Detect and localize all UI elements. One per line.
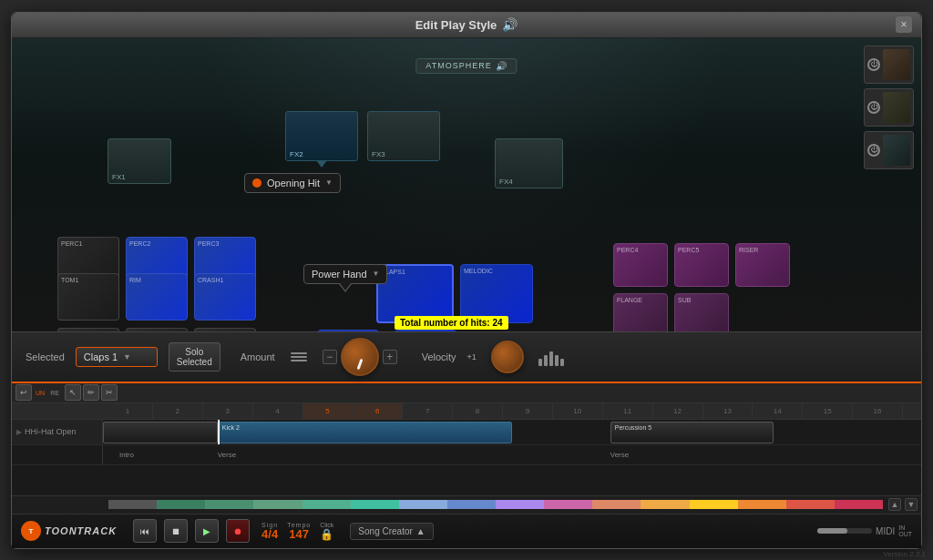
amount-knob-container: − +: [323, 338, 397, 376]
hats1-pad[interactable]: HATS1: [194, 328, 256, 331]
amount-plus-button[interactable]: +: [383, 350, 397, 364]
cs-seg-1: [108, 500, 157, 509]
midi-label: MIDI: [876, 526, 895, 536]
rim-pad[interactable]: RIM: [126, 273, 188, 321]
tempo-value: 147: [289, 528, 309, 540]
tom1-pad[interactable]: TOM1: [57, 273, 119, 321]
cursor-button[interactable]: ↖: [65, 384, 81, 401]
seq-tracks: ▶ HHi-Hat Open Kick 2 Percussion 5: [12, 420, 921, 495]
sequencer: ↩ UN RE ↖ ✏ ✂ 1 2 3 4 5 6 7: [12, 382, 921, 514]
volume-slider[interactable]: [817, 528, 872, 534]
velocity-label: Velocity: [422, 351, 456, 362]
in-out-labels: IN OUT: [898, 524, 912, 537]
record-button[interactable]: ⏺: [226, 519, 250, 543]
cs-seg-7: [399, 500, 447, 509]
sub-pad[interactable]: SUB: [674, 293, 729, 331]
list-icon[interactable]: [291, 352, 307, 361]
close-button[interactable]: ×: [896, 16, 912, 33]
cursor-icon: ↖: [69, 388, 77, 397]
rewind-icon: ⏮: [140, 526, 149, 536]
snare1-pad[interactable]: SNARE1: [126, 328, 188, 331]
plus-one-label: +1: [467, 352, 477, 361]
velocity-knob[interactable]: [491, 341, 524, 373]
snare2-pad[interactable]: SNARE2: [395, 330, 456, 331]
amount-minus-button[interactable]: −: [323, 350, 337, 364]
cs-seg-3: [205, 500, 253, 509]
perc5-label: PERC5: [678, 247, 699, 253]
ruler-2: 2: [153, 403, 203, 419]
scissors-button[interactable]: ✂: [101, 384, 118, 401]
cs-seg-16: [835, 500, 883, 509]
sign-block: Sign 4/4: [261, 522, 278, 541]
drum-area: ⏻ ⏻ ⏻ ATMOSPHERE 🔊 FX1 FX2 FX3: [12, 38, 921, 331]
scissors-icon: ✂: [106, 388, 113, 397]
cs-seg-14: [738, 500, 786, 509]
percussion-block[interactable]: Percussion 5: [610, 422, 774, 443]
track-icon: ▶: [16, 428, 22, 436]
perc4-pad[interactable]: PERC4: [613, 243, 668, 287]
title-bar-center: Edit Play Style 🔊: [415, 17, 518, 32]
sub-label: SUB: [678, 297, 691, 303]
kick2-pad[interactable]: KICK2: [317, 330, 379, 331]
power-hand-dropdown[interactable]: Power Hand ▼: [303, 264, 387, 284]
percussion-block-label: Percussion 5: [615, 424, 651, 431]
perc5-pad[interactable]: PERC5: [674, 243, 729, 287]
hihat-track: ▶ HHi-Hat Open Kick 2 Percussion 5: [12, 420, 921, 445]
click-block: Click 🔒: [320, 522, 333, 541]
claps-dropdown[interactable]: Claps 1 ▼: [76, 347, 158, 367]
claps-value: Claps 1: [84, 351, 118, 362]
record-icon: ⏺: [233, 526, 242, 536]
verse-label-2: Verse: [610, 451, 629, 459]
power-hand-arrow-icon: ▼: [373, 270, 380, 278]
play-button[interactable]: ▶: [195, 519, 219, 543]
riser-label: RISER: [739, 247, 758, 253]
melodic-pad[interactable]: MELODIC: [460, 264, 533, 323]
crash1-pad[interactable]: CRASH1: [194, 273, 256, 321]
transport-bar: T TOONTRACK ⏮ ⏹ ▶ ⏺ Sign 4/4 Tempo 147 C…: [12, 514, 921, 548]
selected-label: Selected: [26, 351, 65, 362]
tempo-block: Tempo 147: [287, 522, 311, 541]
scroll-buttons: ▲ ▼: [888, 498, 918, 511]
perc1-label: PERC1: [61, 240, 82, 247]
pencil-button[interactable]: ✏: [83, 384, 99, 401]
ruler-9: 9: [503, 403, 553, 419]
total-hits-tooltip: Total number of hits: 24: [395, 316, 508, 330]
logo-text: TOONTRACK: [45, 525, 117, 536]
song-creator-button[interactable]: Song Creator ▲: [350, 523, 433, 540]
amount-knob[interactable]: [341, 338, 379, 376]
song-creator-arrow-icon: ▲: [416, 526, 425, 536]
flange-pad[interactable]: FLANGE: [613, 293, 668, 331]
ruler-4: 4: [253, 403, 303, 419]
power-hand-label: Power Hand: [312, 269, 367, 280]
stop-button[interactable]: ⏹: [164, 519, 188, 543]
riser-pad[interactable]: RISER: [735, 243, 790, 287]
kick2-block[interactable]: Kick 2: [218, 422, 512, 443]
in-label: IN: [898, 524, 912, 531]
solo-selected-button[interactable]: Solo Selected: [169, 342, 220, 372]
kick1-pad[interactable]: KICK1: [57, 328, 119, 331]
click-label: Click: [320, 522, 333, 528]
opening-hit-dropdown[interactable]: Opening Hit ▼: [244, 173, 341, 193]
ruler-10: 10: [553, 403, 603, 419]
ruler-7: 7: [403, 403, 453, 419]
undo-button[interactable]: ↩: [15, 384, 32, 401]
undo-icon: ↩: [20, 388, 27, 397]
out-label: OUT: [898, 531, 912, 537]
list-line-2: [291, 356, 307, 358]
ruler-12: 12: [653, 403, 703, 419]
rewind-button[interactable]: ⏮: [133, 519, 157, 543]
color-strip: [108, 500, 883, 509]
re-label: RE: [50, 390, 59, 396]
hihat-track-content[interactable]: Kick 2 Percussion 5: [103, 420, 921, 444]
scroll-up-button[interactable]: ▲: [888, 498, 901, 511]
seq-top-bar: ↩ UN RE ↖ ✏ ✂: [12, 383, 921, 403]
ruler-13: 13: [703, 403, 754, 419]
click-icon: 🔒: [320, 528, 333, 541]
scroll-down-button[interactable]: ▼: [905, 498, 918, 511]
solo-line2: Selected: [177, 357, 212, 367]
claps1-pad[interactable]: CLAPS1: [376, 264, 454, 323]
kick2-block-label: Kick 2: [222, 424, 240, 431]
list-line-1: [291, 352, 307, 354]
hihat-block[interactable]: [103, 422, 218, 443]
intro-label: Intro: [119, 451, 134, 459]
